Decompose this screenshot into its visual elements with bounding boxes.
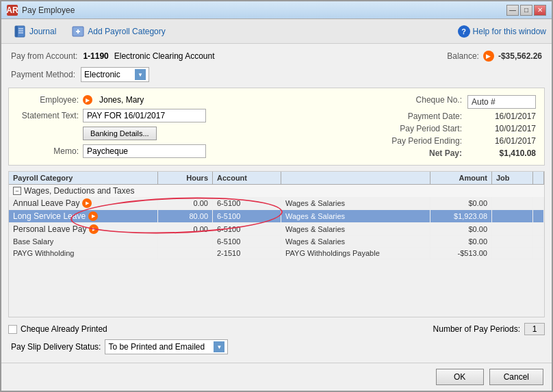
cell-account-name: Wages & Salaries xyxy=(281,197,430,209)
table-row[interactable]: Long Service Leave ▶ 80.00 6-5100 Wages … xyxy=(9,210,544,223)
main-content: Pay from Account: 1-1190 Electronic Clea… xyxy=(1,44,552,363)
delivery-value: To be Printed and Emailed xyxy=(108,342,212,352)
cheque-no-field[interactable]: Auto # xyxy=(467,95,536,109)
payment-method-arrow-icon: ▼ xyxy=(135,69,146,80)
svg-rect-1 xyxy=(15,26,18,37)
banking-details-button[interactable]: Banking Details... xyxy=(83,127,157,140)
toolbar: Journal Add Payroll Category ? Help for … xyxy=(1,19,552,44)
col-account-name xyxy=(281,172,430,184)
window-controls: — □ ✕ xyxy=(506,5,546,16)
minimize-button[interactable]: — xyxy=(506,5,519,16)
cheque-printed-checkbox[interactable] xyxy=(8,325,17,334)
cell-account-name: Wages & Salaries xyxy=(281,236,430,247)
help-button[interactable]: ? Help for this window xyxy=(458,25,546,38)
pay-from-value: 1-1190 xyxy=(83,51,108,61)
pay-period-start-label: Pay Period Start: xyxy=(380,124,462,133)
cell-scroll xyxy=(533,236,544,247)
periods-field[interactable]: 1 xyxy=(524,323,545,335)
help-label: Help for this window xyxy=(473,27,546,36)
cheque-printed-row: Cheque Already Printed xyxy=(8,324,107,334)
col-account: Account xyxy=(213,172,281,184)
cell-amount: $0.00 xyxy=(430,197,492,209)
periods-label: Number of Pay Periods: xyxy=(433,324,520,334)
balance-label: Balance: xyxy=(447,51,479,61)
cell-scroll xyxy=(533,197,544,209)
delivery-select[interactable]: To be Printed and Emailed ▼ xyxy=(105,339,228,354)
employee-value: Jones, Mary xyxy=(99,95,144,105)
group-label: Wages, Deductions and Taxes xyxy=(24,186,134,196)
net-pay-label: Net Pay: xyxy=(380,148,462,158)
memo-label: Memo: xyxy=(17,146,79,156)
add-payroll-icon xyxy=(71,25,85,38)
row-nav-icon[interactable]: ▶ xyxy=(89,224,99,234)
payment-method-value: Electronic xyxy=(84,70,133,79)
table-row[interactable]: Annual Leave Pay ▶ 0.00 6-5100 Wages & S… xyxy=(9,197,544,210)
col-job: Job xyxy=(492,172,533,184)
group-toggle-button[interactable]: − xyxy=(13,187,21,195)
statement-label: Statement Text: xyxy=(17,111,79,120)
cheque-no-row: Cheque No.: Auto # xyxy=(380,95,536,109)
pay-period-start-row: Pay Period Start: 10/01/2017 xyxy=(380,124,536,133)
cell-account: 6-5100 xyxy=(213,236,281,247)
journal-button[interactable]: Journal xyxy=(7,22,62,41)
cell-scroll xyxy=(533,223,544,235)
pay-period-ending-row: Pay Period Ending: 16/01/2017 xyxy=(380,136,536,146)
footer: OK Cancel xyxy=(1,363,552,391)
pay-period-ending-value: 16/01/2017 xyxy=(481,136,536,146)
balance-arrow-icon: ▶ xyxy=(483,51,494,62)
employee-nav-icon[interactable]: ▶ xyxy=(83,95,92,105)
group-header: − Wages, Deductions and Taxes xyxy=(9,185,544,197)
net-pay-row: Net Pay: $1,410.08 xyxy=(380,148,536,158)
col-category: Payroll Category xyxy=(9,172,158,184)
memo-field[interactable]: Paycheque xyxy=(83,144,206,158)
net-pay-value: $1,410.08 xyxy=(481,148,536,158)
add-payroll-label: Add Payroll Category xyxy=(88,27,165,36)
employee-row: Employee: ▶ Jones, Mary xyxy=(17,95,366,105)
table-row[interactable]: Personal Leave Pay ▶ 0.00 6-5100 Wages &… xyxy=(9,223,544,236)
cell-scroll xyxy=(533,210,544,222)
cheque-no-value: Auto # xyxy=(472,97,496,107)
bottom-section: Cheque Already Printed Number of Pay Per… xyxy=(8,323,545,356)
employee-label: Employee: xyxy=(17,95,79,105)
cell-amount: $0.00 xyxy=(430,236,492,247)
col-hours: Hours xyxy=(158,172,213,184)
ok-button[interactable]: OK xyxy=(436,369,484,385)
pay-from-row: Pay from Account: 1-1190 Electronic Clea… xyxy=(8,51,545,62)
cell-category: Personal Leave Pay ▶ xyxy=(9,223,158,235)
table-row[interactable]: Base Salary 6-5100 Wages & Salaries $0.0… xyxy=(9,236,544,248)
row-nav-icon[interactable]: ▶ xyxy=(88,211,98,221)
ep-right: Cheque No.: Auto # Payment Date: 16/01/2… xyxy=(380,95,536,158)
statement-row: Statement Text: PAY FOR 16/01/2017 xyxy=(17,109,366,122)
pay-employee-window: AR Pay Employee — □ ✕ Journal xyxy=(0,0,553,392)
cancel-button[interactable]: Cancel xyxy=(489,369,543,385)
add-payroll-button[interactable]: Add Payroll Category xyxy=(65,22,171,41)
banking-row: Banking Details... xyxy=(17,127,366,140)
cell-job xyxy=(492,248,533,259)
cell-category: Base Salary xyxy=(9,236,158,247)
table-row[interactable]: PAYG Withholding 2-1510 PAYG Withholding… xyxy=(9,248,544,259)
journal-icon xyxy=(13,25,27,38)
periods-row: Number of Pay Periods: 1 xyxy=(433,323,545,335)
cell-account: 6-5100 xyxy=(213,210,281,222)
pay-period-ending-label: Pay Period Ending: xyxy=(380,136,462,146)
bottom-row1: Cheque Already Printed Number of Pay Per… xyxy=(8,323,545,335)
payment-method-select[interactable]: Electronic ▼ xyxy=(81,67,149,82)
close-button[interactable]: ✕ xyxy=(534,5,546,16)
ep-left: Employee: ▶ Jones, Mary Statement Text: … xyxy=(17,95,366,158)
col-scroll xyxy=(533,172,544,184)
statement-field[interactable]: PAY FOR 16/01/2017 xyxy=(83,109,206,122)
delivery-row: Pay Slip Delivery Status: To be Printed … xyxy=(8,338,545,356)
cell-hours: 80.00 xyxy=(158,210,213,222)
statement-value: PAY FOR 16/01/2017 xyxy=(87,111,165,120)
cell-hours: 0.00 xyxy=(158,197,213,209)
cell-account: 6-5100 xyxy=(213,197,281,209)
cell-job xyxy=(492,197,533,209)
cell-amount: $1,923.08 xyxy=(430,210,492,222)
row-nav-icon[interactable]: ▶ xyxy=(82,198,92,208)
table-body: − Wages, Deductions and Taxes Annual Lea… xyxy=(9,185,544,317)
memo-row: Memo: Paycheque xyxy=(17,144,366,158)
payment-date-value: 16/01/2017 xyxy=(481,112,536,121)
cell-scroll xyxy=(533,248,544,259)
cell-category: Annual Leave Pay ▶ xyxy=(9,197,158,209)
maximize-button[interactable]: □ xyxy=(520,5,532,16)
